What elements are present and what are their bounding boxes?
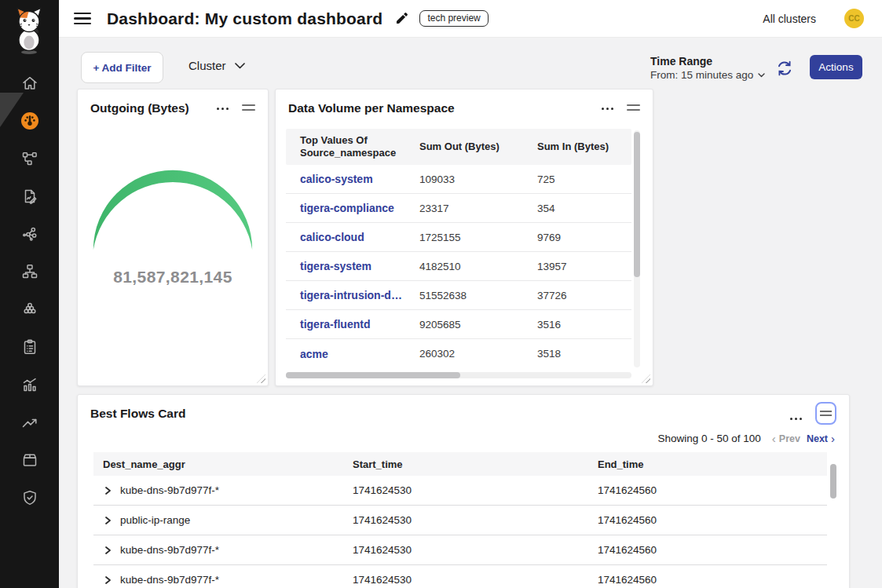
- namespace-link[interactable]: tigera-intrusion-d…: [286, 289, 405, 301]
- vertical-scrollbar[interactable]: [830, 462, 836, 588]
- table-header-row: Top Values Of Source_namespace Sum Out (…: [286, 129, 631, 165]
- connections-icon[interactable]: [20, 225, 39, 243]
- table-row: calico-cloud 1725155 9769: [286, 223, 631, 252]
- next-label: Next: [807, 433, 828, 444]
- table-row: kube-dns-9b7d977f-* 1741624530 174162456…: [93, 565, 827, 588]
- namespace-link[interactable]: calico-system: [286, 173, 405, 185]
- pagination: Showing 0 - 50 of 100 ‹ Prev Next ›: [657, 433, 835, 444]
- avatar[interactable]: CC: [844, 9, 864, 28]
- chevron-down-icon: [235, 63, 245, 69]
- table-row: kube-dns-9b7d977f-* 1741624530 174162456…: [93, 535, 827, 565]
- card-title: Best Flows Card: [90, 407, 185, 421]
- table-row: tigera-intrusion-d… 51552638 37726: [286, 281, 631, 310]
- vertical-scrollbar[interactable]: [634, 130, 640, 367]
- more-options-icon[interactable]: [790, 412, 802, 420]
- resize-handle[interactable]: [642, 374, 650, 383]
- gauge-chart: [90, 163, 256, 255]
- policies-icon[interactable]: [20, 338, 39, 356]
- end-time: 1741624560: [588, 574, 827, 586]
- end-time: 1741624560: [588, 544, 827, 556]
- horizontal-scrollbar[interactable]: [286, 372, 631, 378]
- card-title: Outgoing (Bytes): [90, 101, 189, 115]
- drag-handle-icon[interactable]: [627, 101, 640, 111]
- namespace-link[interactable]: calico-cloud: [286, 231, 405, 243]
- network-tree-icon[interactable]: [20, 262, 39, 281]
- table-header-row: Dest_name_aggr Start_time End_time: [93, 452, 827, 476]
- packages-icon[interactable]: [20, 451, 39, 469]
- table-row: tigera-compliance 23317 354: [286, 194, 631, 223]
- end-time: 1741624560: [588, 484, 827, 496]
- showing-range: Showing 0 - 50 of 100: [657, 433, 760, 444]
- namespace-table: Top Values Of Source_namespace Sum Out (…: [286, 129, 631, 368]
- security-icon[interactable]: [20, 488, 39, 507]
- time-range-label: Time Range: [650, 55, 765, 68]
- table-row: tigera-system 4182510 13957: [286, 252, 631, 281]
- home-icon[interactable]: [20, 74, 39, 93]
- sum-in-value: 725: [523, 173, 631, 185]
- prev-label: Prev: [779, 433, 800, 444]
- statistics-icon[interactable]: [20, 375, 39, 394]
- end-time: 1741624560: [588, 514, 827, 526]
- table-row: acme 260302 3518: [286, 339, 631, 368]
- flows-table: Dest_name_aggr Start_time End_time kube-…: [93, 452, 827, 588]
- chevron-down-icon: [758, 73, 765, 78]
- table-row: tigera-fluentd 9205685 3516: [286, 310, 631, 339]
- calico-cat-logo[interactable]: [11, 6, 47, 58]
- chevron-right-icon: ›: [831, 433, 835, 444]
- prev-page-button[interactable]: ‹ Prev: [772, 433, 800, 444]
- sum-out-value: 23317: [405, 203, 523, 214]
- drag-handle-icon[interactable]: [242, 101, 255, 111]
- time-range-value: From: 15 minutes ago: [650, 69, 753, 81]
- sum-out-value: 4182510: [405, 261, 523, 272]
- actions-button[interactable]: Actions: [810, 55, 862, 79]
- chevron-left-icon: ‹: [772, 433, 776, 444]
- more-options-icon[interactable]: [602, 102, 613, 110]
- namespace-link[interactable]: acme: [286, 348, 405, 360]
- flow-logs-icon[interactable]: [20, 187, 39, 206]
- dest-name: kube-dns-9b7d977f-*: [120, 544, 219, 556]
- drag-handle-icon-focused[interactable]: [815, 402, 836, 425]
- column-header[interactable]: Sum In (Bytes): [523, 136, 631, 158]
- namespace-link[interactable]: tigera-system: [286, 260, 405, 272]
- start-time: 1741624530: [343, 484, 588, 496]
- edit-title-icon[interactable]: [394, 11, 409, 26]
- dashboards-icon[interactable]: [20, 111, 39, 130]
- trends-icon[interactable]: [20, 413, 39, 432]
- best-flows-card: Best Flows Card Showing 0 - 50 of 100 ‹ …: [77, 394, 850, 588]
- table-row: kube-dns-9b7d977f-* 1741624530 174162456…: [93, 476, 827, 506]
- expand-row-icon[interactable]: [103, 546, 112, 555]
- page-title: Dashboard: My custom dashboard: [107, 9, 382, 28]
- cluster-filter-dropdown[interactable]: Cluster: [188, 59, 245, 72]
- column-header[interactable]: Top Values Of Source_namespace: [286, 130, 405, 165]
- column-header[interactable]: Start_time: [343, 458, 588, 470]
- more-options-icon[interactable]: [217, 102, 229, 110]
- cluster-filter-label: Cluster: [188, 59, 226, 72]
- table-row: calico-system 109033 725: [286, 165, 631, 194]
- column-header[interactable]: Dest_name_aggr: [93, 458, 343, 470]
- sidebar-nav: [0, 74, 59, 507]
- namespace-link[interactable]: tigera-compliance: [286, 202, 405, 214]
- expand-row-icon[interactable]: [103, 516, 112, 525]
- resize-handle[interactable]: [257, 374, 265, 383]
- add-filter-button[interactable]: + Add Filter: [81, 52, 163, 83]
- next-page-button[interactable]: Next ›: [807, 433, 835, 444]
- sum-out-value: 51552638: [405, 290, 523, 301]
- start-time: 1741624530: [343, 544, 588, 556]
- cluster-scope-selector[interactable]: All clusters: [763, 13, 816, 25]
- expand-row-icon[interactable]: [103, 486, 112, 495]
- column-header[interactable]: End_time: [588, 458, 827, 470]
- sum-out-value: 109033: [405, 173, 523, 185]
- time-range-value-dropdown[interactable]: From: 15 minutes ago: [650, 69, 765, 81]
- gauge-value: 81,587,821,145: [113, 268, 232, 287]
- expand-row-icon[interactable]: [103, 575, 112, 585]
- sidebar: [0, 0, 59, 588]
- menu-icon[interactable]: [74, 13, 91, 24]
- clusters-icon[interactable]: [20, 300, 39, 319]
- table-row: public-ip-range 1741624530 1741624560: [93, 506, 827, 535]
- service-graph-icon[interactable]: [20, 149, 39, 168]
- start-time: 1741624530: [343, 514, 588, 526]
- namespace-link[interactable]: tigera-fluentd: [286, 318, 405, 331]
- sum-in-value: 354: [523, 203, 631, 214]
- refresh-icon[interactable]: [776, 60, 793, 77]
- column-header[interactable]: Sum Out (Bytes): [405, 136, 523, 158]
